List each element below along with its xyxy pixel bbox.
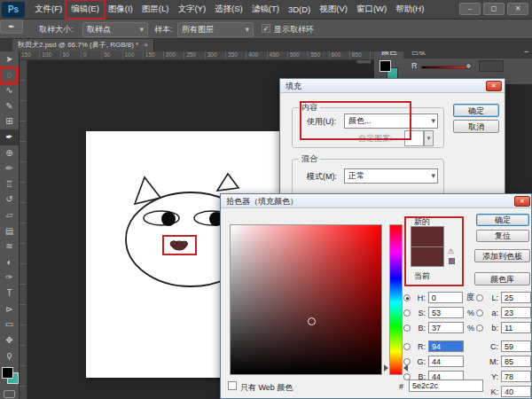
menu-3d[interactable]: 3D(D) bbox=[284, 2, 315, 17]
ruler-label: 600 bbox=[329, 51, 349, 59]
menu-type[interactable]: 文字(Y) bbox=[173, 1, 210, 18]
gradient-tool[interactable]: ▤ bbox=[0, 223, 19, 239]
ruler-label: 500 bbox=[288, 51, 309, 59]
field-radio[interactable] bbox=[403, 343, 411, 350]
hand-tool[interactable]: ✥ bbox=[0, 332, 19, 348]
menu-edit[interactable]: 编辑(E) bbox=[66, 1, 104, 18]
color-picker-title[interactable]: 拾色器（填充颜色） bbox=[221, 194, 531, 208]
color-field-marker[interactable] bbox=[308, 317, 316, 325]
cat-right-ear bbox=[217, 174, 239, 191]
custom-pattern-arrow[interactable]: ▾ bbox=[424, 130, 434, 146]
gamut-warning-icon[interactable]: ⚠ bbox=[448, 247, 454, 255]
hue-slider-handle-left[interactable] bbox=[384, 364, 388, 372]
history-brush-tool[interactable]: ↺ bbox=[0, 192, 19, 207]
panel-foreground-swatch[interactable] bbox=[379, 60, 391, 72]
dodge-tool[interactable]: ◐ bbox=[0, 254, 19, 270]
quick-select-tool[interactable]: ✎ bbox=[0, 98, 19, 114]
magenta-field-row: M: 85 bbox=[476, 354, 532, 369]
lasso-tool[interactable]: ∿ bbox=[0, 82, 19, 98]
sample-dropdown[interactable]: 所有图层▾ bbox=[177, 22, 254, 37]
custom-pattern-thumbnail[interactable] bbox=[404, 130, 424, 146]
fill-cancel-button[interactable]: 取消 bbox=[453, 120, 499, 133]
menu-help[interactable]: 帮助(H) bbox=[391, 1, 428, 18]
hue-slider[interactable] bbox=[389, 224, 403, 375]
fill-dialog-title[interactable]: 填充 bbox=[280, 79, 505, 93]
field-radio[interactable] bbox=[403, 358, 411, 365]
field-value-input[interactable]: 85 bbox=[501, 356, 531, 367]
path-select-tool[interactable]: ⊳ bbox=[0, 301, 19, 317]
zoom-tool[interactable]: ϙ bbox=[0, 348, 19, 364]
menu-view[interactable]: 视图(V) bbox=[315, 1, 352, 18]
field-value-input[interactable]: 53 bbox=[428, 307, 464, 318]
red-field-row: R: 94 bbox=[403, 339, 474, 354]
menu-select[interactable]: 选择(S) bbox=[210, 1, 247, 18]
field-value-input[interactable]: 59 bbox=[501, 340, 531, 352]
web-safe-cube-icon[interactable] bbox=[449, 258, 455, 264]
menu-file[interactable]: 文件(F) bbox=[30, 1, 66, 18]
maximize-button[interactable]: ◻ bbox=[483, 3, 505, 15]
menu-filter[interactable]: 滤镜(T) bbox=[247, 1, 284, 18]
field-value-input[interactable]: 44 bbox=[428, 356, 464, 367]
field-value-input[interactable]: 37 bbox=[428, 322, 464, 333]
fill-ok-button[interactable]: 确定 bbox=[453, 104, 499, 117]
brush-tool[interactable]: ✏ bbox=[0, 160, 19, 176]
field-value-input[interactable]: 23 bbox=[501, 307, 531, 318]
pen-tool[interactable]: ✑ bbox=[0, 270, 19, 286]
red-slider-handle[interactable] bbox=[466, 63, 472, 69]
fill-dialog-close-button[interactable]: ✕ bbox=[486, 81, 502, 91]
blur-tool[interactable]: ≋ bbox=[0, 239, 19, 254]
shape-tool[interactable]: ▭ bbox=[0, 317, 19, 332]
eraser-tool[interactable]: ▱ bbox=[0, 207, 19, 223]
red-channel-slider[interactable] bbox=[421, 66, 470, 69]
show-ring-checkbox[interactable]: ✓ bbox=[262, 24, 270, 33]
web-only-checkbox[interactable] bbox=[228, 381, 237, 390]
foreground-color-swatch[interactable] bbox=[2, 367, 13, 379]
document-tab[interactable]: 秋田犬2.psd @ 66.7% (鼻子, RGB/8) * × bbox=[12, 39, 154, 51]
field-radio[interactable] bbox=[403, 294, 411, 301]
picker-ok-button[interactable]: 确定 bbox=[476, 214, 529, 226]
ruler-label: 50 bbox=[102, 51, 122, 59]
minimize-button[interactable]: – bbox=[459, 3, 481, 15]
use-dropdown[interactable]: 颜色...▾ bbox=[344, 113, 438, 129]
move-tool[interactable]: ➤ bbox=[0, 51, 19, 67]
field-value-input[interactable]: 0 bbox=[428, 292, 463, 303]
color-picker-close-button[interactable]: ✕ bbox=[514, 196, 530, 207]
crop-tool[interactable]: ⊞ bbox=[0, 113, 19, 129]
field-radio[interactable] bbox=[476, 309, 483, 317]
field-value-input[interactable]: 94 bbox=[428, 340, 464, 352]
field-value-input[interactable]: 11 bbox=[501, 322, 531, 333]
sample-label: 样本: bbox=[154, 23, 173, 36]
dropdown-icon: ▾ bbox=[427, 135, 431, 141]
picker-reset-button[interactable]: 复位 bbox=[476, 230, 529, 242]
saturation-brightness-field[interactable] bbox=[230, 224, 382, 375]
eyedropper-options-icon[interactable]: ✒ bbox=[0, 20, 23, 34]
field-radio[interactable] bbox=[476, 325, 483, 332]
color-libraries-button[interactable]: 颜色库 bbox=[474, 272, 530, 286]
quick-mask-icon[interactable] bbox=[4, 390, 15, 398]
brightness-field-row: B: 37 % bbox=[403, 320, 474, 335]
mode-dropdown[interactable]: 正常▾ bbox=[344, 168, 438, 184]
red-value-box[interactable] bbox=[479, 60, 504, 72]
menu-image[interactable]: 图像(I) bbox=[104, 1, 137, 18]
field-radio[interactable] bbox=[403, 325, 411, 332]
dropdown-icon: ▾ bbox=[245, 23, 249, 36]
marquee-tool[interactable]: ◌ bbox=[0, 67, 19, 83]
menu-window[interactable]: 窗口(W) bbox=[352, 1, 391, 18]
tab-close-icon[interactable]: × bbox=[144, 39, 148, 51]
add-to-swatches-button[interactable]: 添加到色板 bbox=[474, 249, 530, 262]
eyedropper-tool[interactable]: ✒ bbox=[0, 129, 19, 145]
healing-brush-tool[interactable]: ⊕ bbox=[0, 145, 19, 161]
watermark bbox=[481, 376, 526, 399]
hex-input[interactable]: 5e2c2c bbox=[409, 379, 483, 392]
field-value-input[interactable]: 25 bbox=[501, 292, 531, 303]
close-button[interactable]: ✕ bbox=[507, 3, 528, 15]
sample-size-dropdown[interactable]: 取样点▾ bbox=[82, 22, 148, 37]
ruler-label: 650 bbox=[350, 51, 371, 59]
field-radio[interactable] bbox=[476, 294, 483, 301]
ruler-label: 100 bbox=[40, 51, 60, 59]
menu-layer[interactable]: 图层(L) bbox=[137, 1, 174, 18]
current-color-swatch[interactable] bbox=[411, 246, 444, 267]
field-radio[interactable] bbox=[403, 309, 411, 317]
type-tool[interactable]: T bbox=[0, 286, 19, 301]
clone-stamp-tool[interactable]: ♖ bbox=[0, 176, 19, 192]
